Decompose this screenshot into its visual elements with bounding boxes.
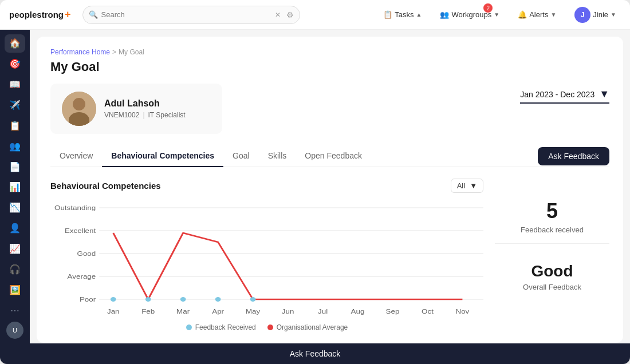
main-area: 🏠 🎯 📖 ✈️ 📋 👥 📄 📊 📉 👤 📈 🎧 🖼️ ⋯ U Perf — [0, 30, 630, 343]
sidebar-item-docs[interactable]: 📄 — [5, 157, 25, 176]
svg-text:May: May — [246, 308, 261, 315]
svg-text:Outstanding: Outstanding — [54, 204, 96, 212]
tabs-bar: OverviewBehavioural CompetenciesGoalSkil… — [50, 145, 609, 167]
tasks-button[interactable]: 📋 Tasks ▲ — [379, 8, 426, 21]
tab-goal[interactable]: Goal — [223, 145, 259, 167]
sidebar-item-support[interactable]: 🎧 — [5, 260, 25, 278]
topbar: peoplestrong+ 🔍 ✕ ⚙ 📋 Tasks ▲ 👥 2 Workgr… — [0, 0, 630, 30]
sidebar-bottom: U — [6, 322, 23, 339]
sidebar-item-gallery[interactable]: 🖼️ — [5, 280, 25, 299]
overall-feedback-block: Good Overall Feedback — [495, 253, 609, 300]
sidebar-item-learn[interactable]: 📖 — [5, 76, 25, 94]
sidebar-item-tasks[interactable]: 📋 — [5, 116, 25, 134]
sidebar-item-people[interactable]: 👥 — [5, 137, 25, 155]
legend-feedback: Feedback Received — [186, 323, 256, 331]
right-stats-panel: 5 Feedback received Good Overall Feedbac… — [495, 179, 609, 331]
svg-text:Mar: Mar — [176, 308, 190, 315]
date-range-text: Jan 2023 - Dec 2023 — [520, 90, 594, 99]
feedback-point — [215, 297, 221, 302]
legend-org-avg: Organisational Average — [267, 323, 348, 331]
feedback-point — [180, 297, 186, 302]
sidebar-item-reports[interactable]: 📊 — [5, 178, 25, 196]
sidebar: 🏠 🎯 📖 ✈️ 📋 👥 📄 📊 📉 👤 📈 🎧 🖼️ ⋯ U — [0, 30, 30, 343]
breadcrumb-parent[interactable]: Performance Home — [50, 48, 110, 56]
breadcrumb-current: My Goal — [119, 48, 144, 56]
chart-section-wrapper: Behavioural Competencies All ▼ — [50, 179, 609, 331]
tab-skills[interactable]: Skills — [259, 145, 296, 167]
workgroups-button[interactable]: 👥 2 Workgroups ▼ — [435, 8, 504, 21]
profile-id: VNEM1002 — [104, 111, 139, 119]
search-filter-icon[interactable]: ⚙ — [286, 10, 294, 19]
avatar-svg — [62, 92, 96, 126]
topbar-actions: 📋 Tasks ▲ 👥 2 Workgroups ▼ 🔔 Alerts ▼ J … — [379, 5, 621, 25]
profile-info: Adul Lahsoh VNEM1002 | IT Specialist — [104, 98, 186, 119]
sidebar-item-profile[interactable]: 👤 — [5, 219, 25, 238]
org-avg-legend-label: Organisational Average — [277, 323, 348, 331]
workgroups-icon: 👥 — [440, 10, 449, 19]
avatar — [62, 92, 96, 126]
svg-text:Jan: Jan — [107, 308, 120, 315]
alerts-button[interactable]: 🔔 Alerts ▼ — [513, 8, 561, 21]
content-area: Performance Home > My Goal My Goal — [30, 30, 630, 343]
sidebar-item-goals[interactable]: 🎯 — [5, 55, 25, 73]
feedback-count-block: 5 Feedback received — [495, 190, 609, 244]
user-avatar: J — [574, 7, 590, 23]
tab-open-feedback[interactable]: Open Feedback — [296, 145, 371, 167]
svg-text:Oct: Oct — [422, 308, 434, 315]
svg-text:Nov: Nov — [456, 308, 470, 315]
svg-text:Poor: Poor — [80, 296, 96, 303]
sidebar-item-travel[interactable]: ✈️ — [5, 96, 25, 114]
org-avg-legend-dot — [267, 325, 273, 330]
feedback-point — [145, 297, 151, 302]
tasks-icon: 📋 — [383, 10, 392, 19]
svg-text:Feb: Feb — [141, 308, 155, 315]
workgroups-chevron: ▼ — [494, 11, 499, 18]
chart-section: Behavioural Competencies All ▼ — [50, 179, 483, 331]
overall-feedback-text: Good — [504, 262, 600, 280]
search-icon: 🔍 — [89, 10, 98, 19]
feedback-legend-dot — [186, 325, 192, 330]
bottom-ask-feedback-bar[interactable]: Ask Feedback — [0, 343, 630, 364]
tab-overview[interactable]: Overview — [50, 145, 102, 167]
profile-name: Adul Lahsoh — [104, 98, 186, 109]
svg-text:Average: Average — [68, 273, 96, 280]
chart-filter-chevron-icon: ▼ — [470, 181, 477, 190]
search-bar[interactable]: 🔍 ✕ ⚙ — [82, 6, 300, 24]
user-chevron: ▼ — [611, 11, 616, 18]
tab-behavioural-competencies[interactable]: Behavioural Competencies — [102, 145, 223, 167]
chart-filter-dropdown[interactable]: All ▼ — [451, 179, 483, 193]
search-input[interactable] — [101, 10, 271, 19]
content-inner: Performance Home > My Goal My Goal — [37, 37, 623, 343]
logo-text: peoplestrong — [9, 10, 64, 19]
breadcrumb-separator: > — [112, 48, 116, 56]
alerts-chevron: ▼ — [550, 11, 556, 18]
alerts-label: Alerts — [529, 10, 548, 19]
sidebar-item-home[interactable]: 🏠 — [5, 34, 25, 53]
profile-divider: | — [143, 111, 144, 119]
search-clear-icon[interactable]: ✕ — [275, 11, 281, 19]
date-range-selector[interactable]: Jan 2023 - Dec 2023 ▼ — [520, 88, 609, 104]
profile-row: Adul Lahsoh VNEM1002 | IT Specialist Jan… — [50, 84, 609, 134]
avatar-image — [62, 92, 96, 126]
sidebar-item-analytics[interactable]: 📉 — [5, 199, 25, 217]
svg-text:Jun: Jun — [282, 308, 294, 315]
chart-title: Behavioural Competencies — [50, 181, 161, 191]
svg-text:Aug: Aug — [351, 308, 365, 315]
user-menu-button[interactable]: J Jinie ▼ — [570, 5, 621, 25]
ask-feedback-top-button[interactable]: Ask Feedback — [538, 147, 609, 165]
breadcrumb: Performance Home > My Goal — [50, 48, 609, 56]
profile-card: Adul Lahsoh VNEM1002 | IT Specialist — [50, 84, 222, 134]
sidebar-item-more[interactable]: ⋯ — [5, 301, 25, 319]
svg-point-1 — [73, 98, 85, 110]
sidebar-user-avatar[interactable]: U — [6, 322, 23, 339]
svg-text:Jul: Jul — [318, 308, 328, 315]
feedback-legend-label: Feedback Received — [195, 323, 256, 331]
chart-header: Behavioural Competencies All ▼ — [50, 179, 483, 193]
org-avg-line — [113, 233, 463, 299]
user-label: Jinie — [593, 10, 608, 19]
sidebar-item-chart[interactable]: 📈 — [5, 240, 25, 258]
profile-sub: VNEM1002 | IT Specialist — [104, 111, 186, 119]
svg-text:Apr: Apr — [212, 308, 224, 315]
chart-area: Outstanding Excellent Good Average Poor … — [50, 202, 483, 316]
logo-plus: + — [65, 9, 71, 21]
